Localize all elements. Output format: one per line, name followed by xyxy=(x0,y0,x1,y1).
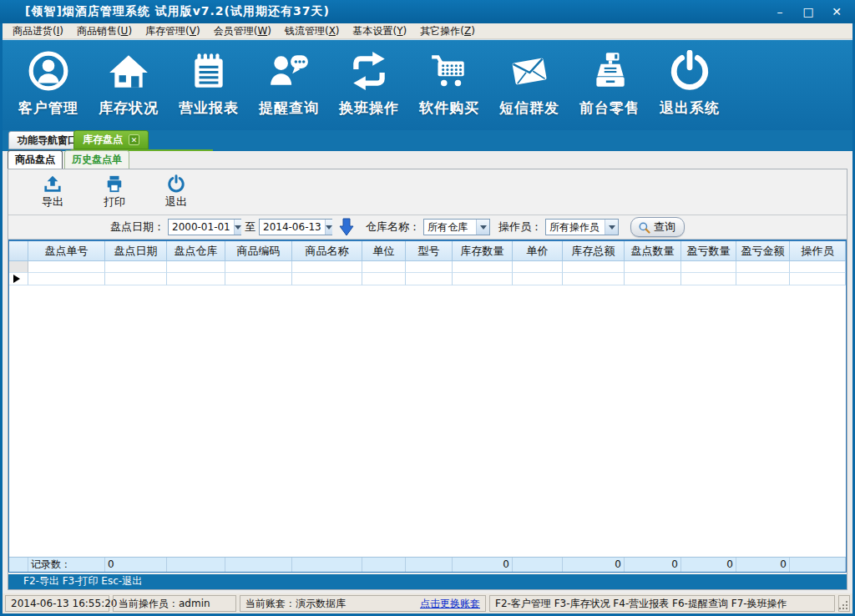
column-header[interactable]: 盘点仓库 xyxy=(167,241,225,261)
switch-account-link[interactable]: 点击更换账套 xyxy=(420,597,480,611)
toolbar-button-inventory[interactable]: 库存状况 xyxy=(94,48,163,118)
toolbar-button-customer[interactable]: 客户管理 xyxy=(14,48,83,118)
summary-total-11: 0 xyxy=(681,558,736,572)
menu-item-z[interactable]: 其它操作(Z) xyxy=(413,24,482,38)
subtab-history-sheets[interactable]: 历史盘点单 xyxy=(64,150,129,169)
status-bar: 2014-06-13 16:55:20 当前操作员：admin 当前账套：演示数… xyxy=(3,593,852,613)
toolbar-button-sms[interactable]: 短信群发 xyxy=(495,48,564,118)
column-header[interactable]: 型号 xyxy=(406,241,453,261)
column-header[interactable]: 库存总额 xyxy=(563,241,625,261)
column-header[interactable]: 商品编码 xyxy=(225,241,292,261)
record-count-label: 记录数： xyxy=(28,558,105,572)
grid-cell[interactable] xyxy=(225,261,292,273)
column-header[interactable]: 单位 xyxy=(362,241,406,261)
grid-cell[interactable] xyxy=(513,261,563,273)
grid-cell[interactable] xyxy=(736,273,790,285)
grid-cell[interactable] xyxy=(292,261,362,273)
warehouse-value: 所有仓库 xyxy=(424,220,471,235)
export-icon xyxy=(43,174,62,193)
status-account: 当前账套：演示数据库 xyxy=(245,597,346,611)
grid-cell[interactable] xyxy=(790,273,846,285)
menu-item-v[interactable]: 库存管理(V) xyxy=(139,24,207,38)
grid-cell[interactable] xyxy=(625,261,681,273)
column-header[interactable]: 盘点单号 xyxy=(28,241,105,261)
grid-cell[interactable] xyxy=(563,273,625,285)
subtab-product-check[interactable]: 商品盘点 xyxy=(8,150,63,169)
toolbar-button-report[interactable]: 营业报表 xyxy=(175,48,243,118)
tab-close-icon[interactable]: ✕ xyxy=(129,134,139,145)
export-label: 导出 xyxy=(42,194,63,210)
grid-cell[interactable] xyxy=(225,273,292,285)
column-header[interactable]: 盘点日期 xyxy=(105,241,167,261)
pos-icon xyxy=(589,50,630,92)
tab-inventory-check-label: 库存盘点 xyxy=(83,133,123,147)
combo-arrow-icon[interactable] xyxy=(325,220,332,235)
grid-cell[interactable] xyxy=(406,261,453,273)
column-header[interactable]: 商品名称 xyxy=(292,241,362,261)
menu-item-u[interactable]: 商品销售(U) xyxy=(70,24,139,38)
summary-total-7: 0 xyxy=(453,558,513,572)
warehouse-label: 仓库名称： xyxy=(366,220,420,235)
operator-select[interactable]: 所有操作员 xyxy=(545,219,619,235)
warehouse-select[interactable]: 所有仓库 xyxy=(423,219,490,235)
print-button[interactable]: 打印 xyxy=(95,174,134,210)
tab-inventory-check[interactable]: 库存盘点 ✕ xyxy=(73,130,149,149)
inventory-grid: 盘点单号盘点日期盘点仓库商品编码商品名称单位型号库存数量单价库存总额盘点数量盈亏… xyxy=(8,240,847,573)
combo-arrow-icon[interactable] xyxy=(605,220,618,235)
grid-cell[interactable] xyxy=(167,273,225,285)
export-button[interactable]: 导出 xyxy=(33,174,72,210)
grid-cell[interactable] xyxy=(362,261,406,273)
column-header[interactable]: 库存数量 xyxy=(453,241,513,261)
grid-cell[interactable] xyxy=(681,261,736,273)
grid-cell[interactable] xyxy=(736,261,790,273)
app-window: [领智]烟酒店管理系统 试用版v7.2(试用期还有37天) – □ ✕ 商品进货… xyxy=(0,0,855,616)
column-header[interactable]: 操作员 xyxy=(790,241,846,261)
toolbar-button-pos[interactable]: 前台零售 xyxy=(575,48,644,118)
grid-cell[interactable] xyxy=(28,273,105,285)
toolbar-button-reminder[interactable]: 提醒查询 xyxy=(255,48,323,118)
grid-cell[interactable] xyxy=(563,261,625,273)
resize-grip[interactable] xyxy=(838,595,850,612)
date-to-select[interactable]: 2014-06-13 xyxy=(259,219,332,235)
grid-cell[interactable] xyxy=(513,273,563,285)
grid-cell[interactable] xyxy=(292,273,362,285)
grid-cell[interactable] xyxy=(453,261,513,273)
grid-cell[interactable] xyxy=(105,273,167,285)
combo-arrow-icon[interactable] xyxy=(234,220,241,235)
query-button[interactable]: 查询 xyxy=(630,217,685,237)
close-button[interactable]: ✕ xyxy=(828,0,845,23)
grid-cell[interactable] xyxy=(406,273,453,285)
toolbar-button-purchase[interactable]: 软件购买 xyxy=(415,48,483,118)
exit-button[interactable]: 退出 xyxy=(157,174,195,210)
grid-cell[interactable] xyxy=(681,273,736,285)
grid-current-row[interactable] xyxy=(9,273,846,285)
toolbar-button-shift[interactable]: 换班操作 xyxy=(335,48,403,118)
grid-cell[interactable] xyxy=(453,273,513,285)
summary-empty-cell xyxy=(790,558,846,572)
grid-cell[interactable] xyxy=(28,261,105,273)
column-header[interactable]: 盈亏数量 xyxy=(681,241,736,261)
column-header[interactable]: 单价 xyxy=(513,241,563,261)
grid-cell[interactable] xyxy=(790,261,846,273)
date-from-select[interactable]: 2000-01-01 xyxy=(168,219,241,235)
grid-summary-row: 记录数：000000 xyxy=(9,557,846,572)
hint-bar: F2-导出 F3-打印 Esc-退出 xyxy=(8,574,847,589)
menu-item-w[interactable]: 会员管理(W) xyxy=(207,24,278,38)
toolbar-button-power[interactable]: 退出系统 xyxy=(655,48,724,118)
grid-empty-row[interactable] xyxy=(9,261,846,273)
menu-item-y[interactable]: 基本设置(Y) xyxy=(347,24,414,38)
maximize-button[interactable]: □ xyxy=(800,0,817,23)
grid-cell[interactable] xyxy=(167,261,225,273)
combo-arrow-icon[interactable] xyxy=(476,220,489,235)
minimize-button[interactable]: – xyxy=(772,0,788,23)
grid-cell[interactable] xyxy=(105,261,167,273)
grid-cell[interactable] xyxy=(625,273,681,285)
row-selector-cell[interactable] xyxy=(9,273,28,285)
grid-cell[interactable] xyxy=(362,273,406,285)
toolbar-button-label: 营业报表 xyxy=(179,98,239,118)
column-header[interactable]: 盘点数量 xyxy=(625,241,681,261)
menu-item-x[interactable]: 钱流管理(X) xyxy=(278,24,347,38)
menu-item-i[interactable]: 商品进货(I) xyxy=(6,24,70,38)
row-selector-cell[interactable] xyxy=(9,261,28,273)
column-header[interactable]: 盈亏金额 xyxy=(736,241,790,261)
